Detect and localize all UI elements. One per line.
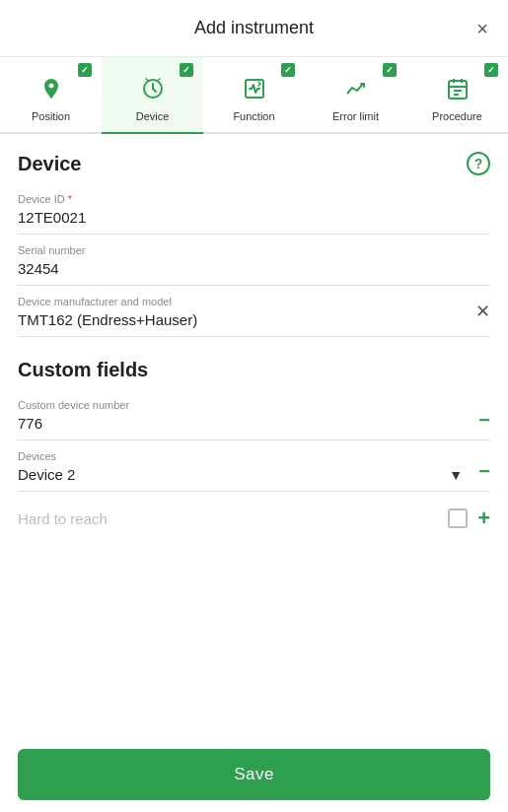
dialog-header: Add instrument × bbox=[0, 0, 508, 57]
close-button[interactable]: × bbox=[476, 19, 488, 38]
devices-value: Device 2 bbox=[18, 464, 449, 485]
step-function[interactable]: Function bbox=[203, 57, 305, 132]
custom-device-number-field: Custom device number 776 − bbox=[18, 389, 490, 440]
serial-number-label: Serial number bbox=[18, 244, 490, 256]
step-device-label: Device bbox=[136, 110, 170, 122]
clear-manufacturer-button[interactable]: ✕ bbox=[475, 301, 490, 322]
device-icon bbox=[141, 77, 165, 106]
step-device[interactable]: Device bbox=[102, 57, 203, 134]
step-position-check bbox=[78, 63, 92, 77]
dialog-title: Add instrument bbox=[194, 18, 314, 38]
step-position[interactable]: Position bbox=[0, 57, 102, 132]
error-limit-icon bbox=[344, 77, 368, 106]
position-icon bbox=[39, 77, 63, 106]
devices-label: Devices bbox=[18, 450, 490, 462]
custom-device-number-label: Custom device number bbox=[18, 399, 490, 411]
step-position-label: Position bbox=[32, 110, 70, 122]
step-error-limit[interactable]: Error limit bbox=[305, 57, 406, 132]
add-field-button[interactable]: + bbox=[477, 508, 490, 529]
save-button[interactable]: Save bbox=[18, 749, 490, 800]
step-procedure-check bbox=[484, 63, 498, 77]
step-error-limit-label: Error limit bbox=[332, 110, 379, 122]
device-id-field: Device ID * 12TE0021 bbox=[18, 183, 490, 235]
step-device-check bbox=[180, 63, 193, 77]
serial-number-value[interactable]: 32454 bbox=[18, 258, 490, 279]
save-bar: Save bbox=[0, 737, 508, 812]
device-section-header: Device ? bbox=[18, 134, 490, 183]
step-procedure[interactable]: Procedure bbox=[406, 57, 508, 132]
step-error-limit-check bbox=[383, 63, 397, 77]
hard-to-reach-field: Hard to reach + bbox=[18, 492, 490, 539]
required-marker: * bbox=[68, 193, 72, 205]
hard-to-reach-checkbox[interactable] bbox=[448, 508, 468, 528]
devices-dropdown-field: Devices Device 2 ▼ − bbox=[18, 440, 490, 492]
remove-custom-device-number-button[interactable]: − bbox=[478, 410, 490, 430]
device-id-value[interactable]: 12TE0021 bbox=[18, 207, 490, 228]
wizard-steps: Position Device Function bbox=[0, 57, 508, 134]
main-content: Device ? Device ID * 12TE0021 Serial num… bbox=[0, 134, 508, 539]
device-section-title: Device bbox=[18, 153, 82, 175]
custom-device-number-value[interactable]: 776 bbox=[18, 413, 490, 434]
function-icon bbox=[243, 77, 266, 106]
step-function-label: Function bbox=[233, 110, 274, 122]
remove-devices-button[interactable]: − bbox=[478, 461, 490, 481]
procedure-icon bbox=[446, 77, 470, 106]
dropdown-arrow-icon: ▼ bbox=[449, 467, 463, 483]
custom-fields-title: Custom fields bbox=[18, 337, 490, 389]
step-function-check bbox=[281, 63, 295, 77]
help-button[interactable]: ? bbox=[467, 152, 490, 175]
step-procedure-label: Procedure bbox=[432, 110, 482, 122]
devices-dropdown[interactable]: Device 2 ▼ bbox=[18, 464, 490, 485]
checkbox-controls: + bbox=[448, 508, 490, 529]
serial-number-field: Serial number 32454 bbox=[18, 235, 490, 286]
hard-to-reach-label: Hard to reach bbox=[18, 510, 108, 527]
device-id-label: Device ID * bbox=[18, 193, 490, 205]
device-manufacturer-label: Device manufacturer and model bbox=[18, 296, 490, 307]
device-manufacturer-field: Device manufacturer and model TMT162 (En… bbox=[18, 286, 490, 337]
device-manufacturer-value[interactable]: TMT162 (Endress+Hauser) bbox=[18, 309, 490, 330]
